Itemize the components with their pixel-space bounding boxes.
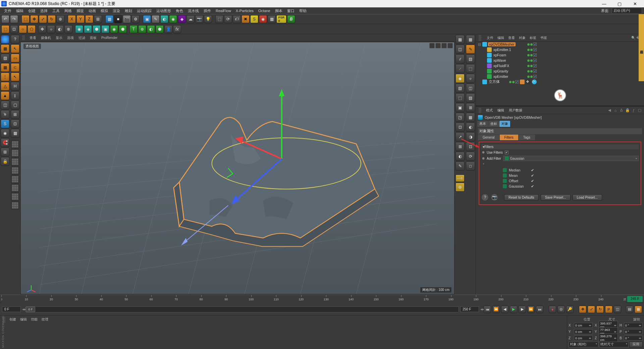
- tab-tags[interactable]: Tags: [519, 135, 535, 140]
- time-slider[interactable]: 0 F: [25, 306, 459, 312]
- poly-mode[interactable]: ▲: [1, 91, 9, 100]
- nurbs4[interactable]: ▣: [101, 25, 109, 33]
- fn-icon[interactable]: ƒ: [631, 108, 636, 113]
- menu-item[interactable]: 脚本: [273, 8, 284, 14]
- grid-8[interactable]: [11, 201, 19, 209]
- move-icon[interactable]: ✥: [38, 25, 46, 33]
- menu-item[interactable]: 角色: [174, 8, 185, 14]
- render-pv[interactable]: 🎬: [123, 15, 131, 23]
- add-filter-select[interactable]: Gaussian ▾: [503, 156, 639, 161]
- rtool-10[interactable]: ⊡: [455, 122, 465, 132]
- recent-tool[interactable]: ⊕: [56, 15, 64, 23]
- psr-tool[interactable]: PSR0: [276, 15, 286, 23]
- rtool-5[interactable]: ◆: [455, 74, 465, 83]
- move-tool[interactable]: ✥: [30, 15, 38, 23]
- model-mode[interactable]: ▨: [1, 54, 9, 62]
- vp-nav-2[interactable]: [435, 43, 441, 48]
- vp-menu-item[interactable]: 查看: [30, 36, 36, 40]
- menu-item[interactable]: 帮助: [297, 8, 309, 14]
- filter-item[interactable]: Median✔: [503, 167, 639, 173]
- tag-tool[interactable]: 🏷: [233, 15, 241, 23]
- rect-tool2[interactable]: ▭: [11, 54, 19, 62]
- filter-item[interactable]: Mean✔: [503, 173, 639, 178]
- om-menu[interactable]: 编辑: [497, 36, 504, 40]
- next-key[interactable]: ⏩: [527, 306, 535, 313]
- load-preset-button[interactable]: Load Preset...: [573, 194, 602, 201]
- grid-1[interactable]: [11, 140, 19, 148]
- prev-key[interactable]: ⏪: [492, 306, 500, 313]
- gen1[interactable]: ◉: [110, 25, 118, 33]
- texture-mode[interactable]: ▦: [1, 63, 9, 72]
- autokey-button[interactable]: ◎: [557, 306, 565, 313]
- render-region[interactable]: ■: [114, 15, 122, 23]
- close-button[interactable]: ✕: [627, 0, 643, 7]
- render-settings[interactable]: ⚙: [131, 15, 140, 23]
- tab-filters[interactable]: Filters: [500, 135, 518, 140]
- vp-menu-item[interactable]: 摄像机: [41, 36, 51, 40]
- rtool-13[interactable]: ◐: [455, 152, 465, 161]
- grid-5[interactable]: [11, 175, 19, 183]
- make-editable[interactable]: ▦: [1, 44, 9, 53]
- char-tool[interactable]: 👤: [164, 25, 172, 33]
- rtool-4[interactable]: ⟋: [455, 64, 465, 73]
- side-strip[interactable]: 构建面板: [639, 14, 644, 81]
- object-tree[interactable]: ⊟ xpOVDBMesher ✔ xpEmitter.1 ✔ xpFoam ✔ …: [476, 42, 644, 105]
- timeline-end[interactable]: 245 F: [627, 296, 643, 302]
- light-tool[interactable]: 💡: [204, 15, 212, 23]
- nurbs2[interactable]: ◈: [84, 25, 92, 33]
- rtool-6[interactable]: ▧: [455, 84, 465, 93]
- vp-nav-1[interactable]: [429, 43, 435, 48]
- tree-row[interactable]: xpWave ✔: [476, 58, 644, 63]
- attr-menu-item[interactable]: 用户数据: [509, 108, 522, 113]
- vp-menu-item[interactable]: ProRender: [101, 36, 117, 40]
- menu-item[interactable]: 动画: [87, 8, 98, 14]
- filters-group-header[interactable]: ▾Filters: [481, 144, 639, 149]
- new-icon[interactable]: ▢: [637, 108, 642, 113]
- select-tool[interactable]: ⬚: [21, 15, 30, 23]
- b-tool[interactable]: B: [287, 15, 295, 23]
- grid-6[interactable]: [11, 184, 19, 192]
- rtool-b1[interactable]: ▦: [466, 35, 475, 44]
- menu-item[interactable]: 插件: [202, 8, 213, 14]
- key-sel[interactable]: 🔑: [566, 306, 574, 313]
- goto-start[interactable]: ⏮: [484, 306, 491, 313]
- rtool-b10[interactable]: ◐: [466, 122, 475, 132]
- viewport-solo[interactable]: 🖰: [1, 110, 9, 119]
- lock-icon[interactable]: 🔒: [625, 108, 630, 113]
- cursor2[interactable]: ↖: [11, 72, 19, 81]
- x-axis-lock[interactable]: X: [68, 15, 76, 23]
- tree-row[interactable]: xpGravity ✔: [476, 68, 644, 74]
- menu-item[interactable]: 流水线: [186, 8, 201, 14]
- cube-primitive[interactable]: ▣: [143, 15, 151, 23]
- menu-item[interactable]: 运动图形: [154, 8, 173, 14]
- pen-tool[interactable]: ✎: [152, 15, 160, 23]
- subtab-coord[interactable]: 坐标: [488, 121, 499, 127]
- apply-button[interactable]: 应用: [629, 342, 643, 347]
- misc-tool[interactable]: ▦: [268, 15, 276, 23]
- rtool-2[interactable]: ◫: [455, 45, 465, 54]
- tool-f[interactable]: ⊞: [11, 110, 19, 119]
- tool4[interactable]: ⊗: [64, 25, 72, 33]
- octane-tool[interactable]: ◉: [259, 15, 267, 23]
- tool2[interactable]: ⟐: [47, 25, 55, 33]
- rtool-b14[interactable]: □: [466, 161, 475, 170]
- menu-item[interactable]: 工具: [50, 8, 62, 14]
- attr-menu-item[interactable]: 模式: [486, 108, 493, 113]
- deformer-tool[interactable]: ◈: [178, 15, 186, 23]
- pos-z[interactable]: 0 cm◂▸: [574, 336, 593, 341]
- rtool-9[interactable]: ◳: [455, 113, 465, 122]
- rtool-b3[interactable]: ▤: [466, 54, 475, 63]
- tool-hi[interactable]: ⫿: [11, 91, 19, 100]
- om-menu[interactable]: 对象: [519, 36, 526, 40]
- prev-frame[interactable]: ◀: [501, 306, 508, 313]
- nav-back-icon[interactable]: ◀: [607, 108, 612, 113]
- fx-tool[interactable]: fx: [173, 25, 181, 33]
- rtool-14[interactable]: ✎: [455, 161, 465, 170]
- vp-menu-item[interactable]: 显示: [56, 36, 62, 40]
- size-mode-select[interactable]: 绝对尺寸▾: [599, 342, 629, 347]
- menu-item[interactable]: RealFlow: [214, 8, 233, 13]
- camera-round-icon[interactable]: 📷: [491, 194, 498, 201]
- filter-item[interactable]: Offset✔: [503, 178, 639, 184]
- help-icon[interactable]: ?: [11, 35, 19, 44]
- snap-toggle[interactable]: ◉: [1, 129, 9, 138]
